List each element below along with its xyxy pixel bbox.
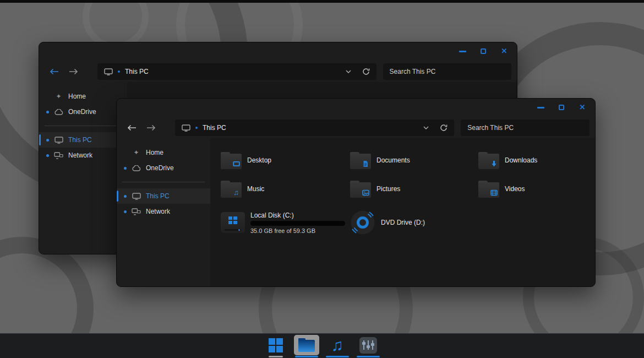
- mixer-sliders-icon[interactable]: [359, 337, 377, 354]
- drive-name: DVD Drive (D:): [381, 219, 425, 226]
- expand-indicator[interactable]: [46, 111, 49, 113]
- network-icon: [53, 152, 64, 159]
- chevron-down-icon[interactable]: [346, 70, 351, 73]
- sidebar-separator: [122, 182, 205, 182]
- taskbar-indicator-active: [295, 356, 318, 357]
- network-icon: [131, 208, 141, 215]
- desktop-emblem-icon: [232, 160, 240, 168]
- sidebar-item-this-pc[interactable]: This PC: [117, 188, 210, 204]
- pictures-emblem-icon: [362, 189, 369, 197]
- folder-tile-documents[interactable]: Documents: [350, 146, 478, 175]
- drive-name: Local Disk (C:): [250, 211, 345, 219]
- sidebar-item-network[interactable]: Network: [39, 148, 127, 163]
- sidebar-item-home[interactable]: ✦ Home: [117, 145, 210, 160]
- disk-usage-bar: [250, 221, 345, 226]
- documents-emblem-icon: [362, 160, 369, 168]
- folder-tile-downloads[interactable]: Downloads: [478, 146, 595, 175]
- expand-indicator[interactable]: [124, 210, 127, 213]
- folder-icon: [350, 152, 371, 169]
- folder-icon: ♫: [221, 181, 242, 198]
- explorer-window-front: ✕ This PC ✦ Home: [116, 98, 596, 287]
- maximize-button[interactable]: [479, 47, 487, 55]
- breadcrumb-dot: [118, 70, 120, 73]
- videos-emblem-icon: [490, 189, 498, 197]
- taskbar-music-player[interactable]: ♫: [324, 335, 351, 358]
- refresh-icon[interactable]: [362, 68, 370, 75]
- sidebar-item-network[interactable]: Network: [117, 204, 210, 219]
- sidebar-item-this-pc[interactable]: This PC: [39, 132, 127, 148]
- dvd-disc-icon: [350, 210, 375, 235]
- minimize-button[interactable]: [537, 104, 544, 111]
- folder-tile-pictures[interactable]: Pictures: [350, 175, 478, 203]
- taskbar-file-explorer[interactable]: [293, 335, 320, 358]
- folder-icon: [221, 152, 242, 169]
- expand-indicator[interactable]: [124, 167, 127, 170]
- address-bar[interactable]: This PC: [97, 63, 376, 80]
- titlebar[interactable]: ✕: [117, 99, 595, 117]
- expand-indicator[interactable]: [46, 139, 49, 142]
- breadcrumb[interactable]: This PC: [203, 124, 226, 132]
- cloud-icon: [131, 165, 141, 171]
- forward-arrow-icon[interactable]: [69, 68, 78, 75]
- folder-icon: [478, 181, 499, 198]
- titlebar[interactable]: ✕: [39, 42, 517, 61]
- sidebar: ✦ Home OneDrive This PC Network: [39, 82, 127, 254]
- expand-indicator[interactable]: [46, 154, 49, 157]
- minimize-button[interactable]: [459, 47, 466, 55]
- folder-icon: [350, 181, 371, 198]
- back-arrow-icon[interactable]: [127, 124, 137, 131]
- windows-start-icon[interactable]: [269, 338, 283, 352]
- folder-tile-desktop[interactable]: Desktop: [221, 146, 350, 175]
- file-explorer-icon[interactable]: [294, 335, 319, 355]
- home-star-icon: ✦: [53, 93, 64, 100]
- drive-tile-dvd[interactable]: DVD Drive (D:): [350, 203, 478, 242]
- sidebar: ✦ Home OneDrive This PC Network: [117, 138, 210, 286]
- taskbar-indicator: [357, 356, 380, 357]
- search-input[interactable]: [461, 120, 590, 136]
- folder-tile-music[interactable]: ♫ Music: [221, 175, 350, 203]
- file-list-area: Desktop Documents Downloads: [210, 138, 595, 286]
- taskbar: ♫: [0, 333, 644, 358]
- expand-indicator[interactable]: [124, 195, 127, 198]
- address-bar[interactable]: This PC: [175, 120, 454, 136]
- maximize-button[interactable]: [558, 104, 565, 111]
- folder-tile-videos[interactable]: Videos: [478, 175, 595, 203]
- windows-flag-icon: [228, 216, 237, 224]
- this-pc-icon: [182, 124, 190, 132]
- search-input[interactable]: [383, 63, 511, 80]
- forward-arrow-icon[interactable]: [146, 124, 156, 131]
- breadcrumb[interactable]: This PC: [125, 68, 149, 75]
- sidebar-separator: [45, 126, 122, 126]
- navigation-toolbar: This PC: [39, 61, 517, 82]
- close-button[interactable]: ✕: [500, 47, 508, 55]
- refresh-icon[interactable]: [440, 124, 447, 132]
- music-note-icon[interactable]: ♫: [331, 336, 344, 355]
- home-star-icon: ✦: [131, 149, 141, 156]
- taskbar-start[interactable]: [262, 335, 290, 358]
- this-pc-icon: [104, 68, 113, 75]
- downloads-emblem-icon: [490, 160, 498, 168]
- desktop: ✕ This PC ✦ Home: [0, 0, 644, 358]
- monitor-icon: [53, 137, 64, 144]
- taskbar-indicator: [326, 356, 349, 357]
- sidebar-item-onedrive[interactable]: OneDrive: [39, 104, 127, 120]
- navigation-toolbar: This PC: [117, 117, 595, 138]
- breadcrumb-dot: [195, 127, 198, 129]
- drive-free-space-text: 35.0 GB free of 59.3 GB: [250, 227, 345, 234]
- sidebar-item-onedrive[interactable]: OneDrive: [117, 160, 210, 176]
- screen-top-strip: [0, 0, 644, 3]
- drive-tile-local-disk[interactable]: Local Disk (C:) 35.0 GB free of 59.3 GB: [221, 203, 350, 242]
- monitor-icon: [131, 193, 141, 200]
- hard-drive-icon: [221, 212, 245, 233]
- chevron-down-icon[interactable]: [423, 126, 429, 129]
- close-button[interactable]: ✕: [578, 104, 586, 111]
- folder-icon: [478, 152, 499, 169]
- sidebar-item-home[interactable]: ✦ Home: [39, 89, 127, 104]
- back-arrow-icon[interactable]: [50, 68, 59, 75]
- taskbar-mixer[interactable]: [354, 335, 382, 358]
- music-emblem-icon: ♫: [232, 189, 240, 197]
- cloud-icon: [53, 109, 64, 115]
- taskbar-indicator: [269, 356, 283, 357]
